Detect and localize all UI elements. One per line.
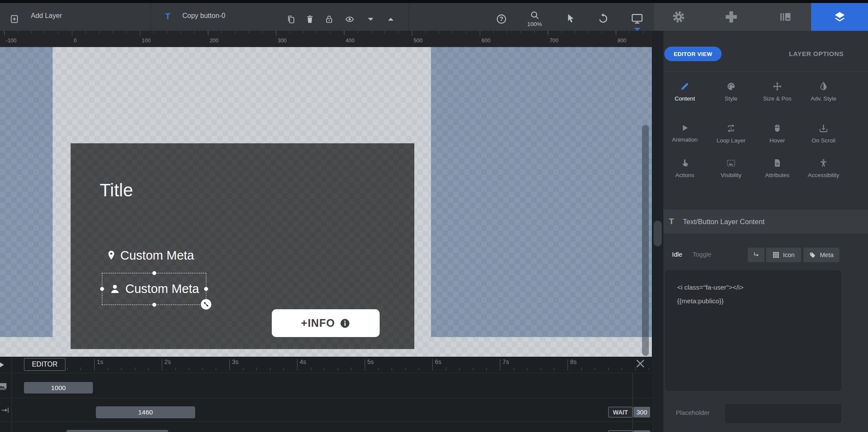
background-layer-icon[interactable]	[0, 382, 8, 391]
info-button-layer[interactable]: +INFO	[272, 309, 380, 337]
option-content[interactable]: Content	[662, 81, 708, 102]
timeline-row-background	[0, 421, 652, 432]
selected-meta-layer[interactable]: Custom Meta	[102, 273, 206, 305]
timeline-editor-toggle[interactable]: EDITOR	[24, 358, 65, 371]
layer-content-textarea[interactable]: <i class="fa-user"></i>{{meta:publico}}	[665, 270, 841, 391]
device-preview-caret-icon[interactable]	[634, 28, 640, 31]
resize-handle-left[interactable]	[100, 287, 104, 291]
option-size-pos[interactable]: Size & Pos	[754, 81, 800, 102]
help-icon[interactable]: ?	[496, 13, 507, 25]
timeline-wait-label[interactable]	[608, 430, 633, 432]
timeline-ruler[interactable]: EDITOR 1s2s3s4s5s6s7s8s	[0, 357, 652, 373]
loop-icon: 1	[726, 123, 736, 133]
resize-handle-top[interactable]	[152, 271, 157, 275]
device-preview-monitor-icon[interactable]	[630, 13, 644, 25]
delete-layer-icon[interactable]	[305, 14, 315, 24]
toolbar-divider	[151, 3, 151, 31]
tab-slides-icon[interactable]	[779, 11, 792, 23]
option-animation[interactable]: Animation	[662, 123, 708, 144]
placeholder-input[interactable]	[725, 404, 841, 423]
slide-area[interactable]: Title Custom Meta Custom Meta	[71, 143, 414, 349]
tab-toggle[interactable]: Toggle	[693, 251, 711, 258]
arrow-to-bar-icon[interactable]	[1, 405, 10, 415]
editor-canvas[interactable]: Title Custom Meta Custom Meta	[0, 47, 652, 357]
move-layer-down-icon[interactable]	[366, 15, 375, 24]
timeline-tick-label: 3s	[232, 358, 238, 365]
timeline-tick-label: 7s	[502, 358, 509, 365]
resize-handle-corner[interactable]	[200, 299, 212, 310]
tab-settings-gear-icon[interactable]	[672, 10, 685, 24]
timeline-major-tick	[432, 359, 433, 370]
ruler-label: 600	[482, 38, 490, 44]
main-toolbar: Add Layer T Copy button-0 ? 100%	[0, 3, 654, 31]
timeline-major-tick	[568, 359, 568, 370]
tab-idle[interactable]: Idle	[672, 251, 682, 258]
resize-handle-right[interactable]	[204, 287, 208, 291]
ruler-label: 500	[413, 38, 422, 44]
document-icon	[773, 158, 782, 168]
panel-tab-bar	[654, 3, 868, 31]
option-on-scroll[interactable]: On Scroll	[800, 123, 847, 144]
hand-tap-icon	[680, 158, 690, 168]
zoom-level-value[interactable]: 100%	[521, 21, 548, 27]
visibility-eye-icon[interactable]	[344, 14, 355, 24]
ruler-major-tick	[412, 31, 412, 36]
option-visibility[interactable]: Visibility	[708, 158, 754, 178]
move-layer-up-icon[interactable]	[386, 15, 395, 24]
timeline-major-tick	[94, 359, 95, 370]
insert-linebreak-button[interactable]	[748, 248, 764, 262]
option-accessibility[interactable]: Accessibility	[800, 158, 847, 178]
timeline-major-tick	[365, 359, 365, 370]
insert-icon-button[interactable]: Icon	[766, 248, 801, 262]
pointer-tool-icon[interactable]	[565, 12, 577, 24]
resize-handle-bottom[interactable]	[152, 302, 157, 307]
ruler-label: 100	[142, 38, 151, 44]
tab-modules-icon[interactable]	[725, 11, 737, 23]
ruler-label: 700	[550, 38, 559, 44]
lock-layer-icon[interactable]	[324, 14, 334, 24]
duplicate-layer-icon[interactable]	[286, 14, 296, 24]
add-layer-button[interactable]: Add Layer	[31, 12, 62, 20]
tab-layers-active[interactable]	[811, 3, 868, 31]
panel-scrollbar-thumb[interactable]	[654, 221, 662, 246]
zoom-magnifier-icon[interactable]	[529, 10, 540, 21]
editor-view-button[interactable]: EDITOR VIEW	[664, 47, 722, 61]
canvas-margin-right	[431, 47, 652, 337]
layer-options-title: LAYER OPTIONS	[789, 50, 844, 57]
ruler-label: 200	[210, 38, 219, 44]
option-adv-style[interactable]: Adv. Style	[800, 81, 847, 102]
visibility-frame-icon	[726, 158, 736, 168]
insert-meta-button[interactable]: Meta	[803, 248, 839, 262]
timeline-wait-value[interactable]	[633, 430, 650, 432]
canvas-horizontal-ruler: -1000100200300400500600700800	[0, 31, 652, 47]
add-layer-icon[interactable]	[9, 14, 19, 24]
section-title: Text/Button Layer Content	[683, 218, 765, 226]
option-loop-layer[interactable]: 1 Loop Layer	[708, 123, 754, 144]
timeline-tick-label: 4s	[300, 358, 306, 365]
ruler-label: 400	[346, 38, 355, 44]
info-button-label: +INFO	[301, 317, 335, 329]
timeline-duration-bar[interactable]: 1460	[96, 406, 195, 418]
canvas-scrollbar[interactable]	[642, 125, 649, 356]
timeline-wait-value[interactable]: 300	[633, 407, 650, 417]
ruler-label: 300	[278, 38, 287, 44]
option-style[interactable]: Style	[708, 81, 754, 102]
palette-icon	[726, 81, 736, 92]
ruler-major-tick	[344, 31, 345, 36]
meta-layer-location[interactable]: Custom Meta	[107, 249, 194, 263]
slide-title-layer[interactable]: Title	[100, 180, 133, 201]
undo-icon[interactable]	[597, 13, 609, 24]
ruler-major-tick	[140, 31, 140, 36]
layers-icon	[832, 10, 847, 24]
option-hover[interactable]: Hover	[754, 123, 800, 144]
option-attributes[interactable]: Attributes	[754, 158, 800, 178]
timeline-wait-label[interactable]: WAIT	[608, 407, 633, 417]
selected-layer-name[interactable]: Copy button-0	[182, 12, 226, 20]
timeline-duration-bar[interactable]: 1000	[24, 382, 93, 394]
timeline-play-icon[interactable]	[0, 361, 6, 369]
timeline-duration-bar[interactable]	[66, 430, 168, 432]
play-icon	[680, 123, 690, 133]
timeline-close-icon[interactable]	[635, 358, 646, 369]
option-actions[interactable]: Actions	[662, 158, 708, 178]
timeline-major-tick	[229, 359, 230, 370]
